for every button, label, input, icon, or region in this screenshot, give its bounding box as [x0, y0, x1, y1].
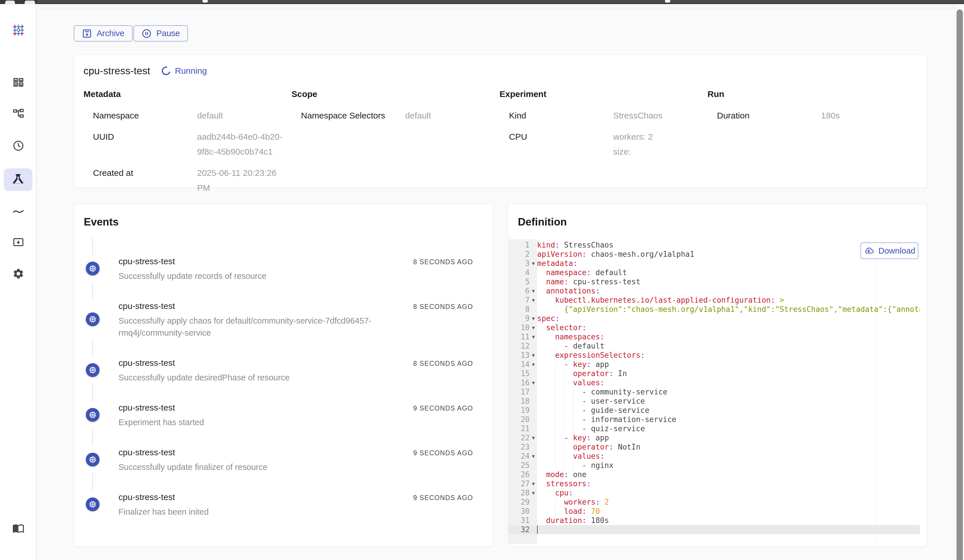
code-line[interactable]: 20 - information-service [508, 415, 920, 424]
code-line[interactable]: 18 - user-service [508, 396, 920, 405]
book-icon [12, 522, 24, 534]
sidebar-item-schedules[interactable] [0, 140, 36, 152]
fold-gutter [529, 405, 537, 415]
chaos-mesh-logo[interactable] [0, 24, 36, 36]
code-line[interactable]: 4 namespace: default [508, 268, 920, 277]
definition-panel: Definition 1kind: StressChaos2apiVersion… [508, 203, 927, 547]
fold-toggle-icon[interactable]: ▾ [529, 350, 537, 360]
overview-section-header: Run [708, 89, 915, 99]
yaml-token: : [609, 443, 614, 451]
code-line[interactable]: 32 [508, 525, 920, 534]
code-line[interactable]: 12 - default [508, 341, 920, 350]
sidebar-item-settings[interactable] [0, 268, 36, 280]
code-line[interactable]: 25 - nginx [508, 461, 920, 470]
fold-toggle-icon[interactable]: ▾ [529, 295, 537, 304]
browser-tab-top[interactable] [24, 1, 35, 4]
fold-gutter [529, 470, 537, 479]
code-line[interactable]: 23 operator: NotIn [508, 442, 920, 451]
yaml-token: 70 [586, 507, 600, 516]
indent-guide [555, 451, 555, 461]
sidebar-item-documentation[interactable] [0, 522, 36, 534]
code-line[interactable]: 19 - guide-service [508, 405, 920, 415]
line-number: 21 [508, 424, 529, 433]
code-line[interactable]: 28▾ cpu: [508, 488, 920, 497]
archive-button[interactable]: Archive [74, 25, 132, 42]
code-line[interactable]: 14▾ - key: app [508, 360, 920, 369]
cpu-chip-icon [88, 410, 97, 419]
fold-toggle-icon[interactable]: ▾ [529, 378, 537, 387]
code-line[interactable]: 13▾ expressionSelectors: [508, 350, 920, 360]
fold-toggle-icon[interactable]: ▾ [529, 259, 537, 268]
sidebar-item-experiments[interactable] [4, 168, 33, 191]
code-line[interactable]: 31 duration: 180s [508, 516, 920, 525]
event-timestamp: 8 SECONDS AGO [413, 258, 473, 266]
pause-circle-icon [142, 28, 152, 39]
code-line[interactable]: 1kind: StressChaos [508, 240, 920, 249]
browser-tab-handle[interactable] [665, 0, 670, 3]
page-scrollbar-thumb[interactable] [956, 10, 963, 560]
event-message: Experiment has started [119, 416, 400, 428]
editor-lines: 1kind: StressChaos2apiVersion: chaos-mes… [508, 240, 920, 534]
yaml-editor[interactable]: 1kind: StressChaos2apiVersion: chaos-mes… [508, 239, 927, 544]
fold-toggle-icon[interactable]: ▾ [529, 323, 537, 332]
line-number: 26 [508, 470, 529, 479]
fold-toggle-icon[interactable]: ▾ [529, 488, 537, 497]
overview-row-label: Namespace [83, 108, 197, 123]
events-timeline: cpu-stress-test8 SECONDS AGOSuccessfully… [74, 237, 493, 518]
code-line[interactable]: 22▾ - key: app [508, 433, 920, 442]
code-line[interactable]: 27▾ stressors: [508, 479, 920, 488]
fold-toggle-icon[interactable]: ▾ [529, 360, 537, 369]
code-line[interactable]: 7▾ kubectl.kubernetes.io/last-applied-co… [508, 295, 920, 304]
yaml-token: {"apiVersion":"chaos-mesh.org/v1alpha1",… [564, 305, 920, 314]
code-line[interactable]: 8 {"apiVersion":"chaos-mesh.org/v1alpha1… [508, 304, 920, 314]
browser-tab-top[interactable] [5, 1, 15, 4]
browser-tab-strip [0, 0, 964, 4]
sidebar-item-dashboard[interactable] [0, 77, 36, 88]
code-line[interactable]: 29 workers: 2 [508, 497, 920, 506]
fold-toggle-icon[interactable]: ▾ [529, 433, 537, 442]
event-avatar [86, 313, 99, 326]
code-line[interactable]: 6▾ annotations: [508, 286, 920, 295]
yaml-token: > [775, 296, 784, 304]
cpu-chip-icon [88, 366, 97, 374]
code-line[interactable]: 21 - quiz-service [508, 424, 920, 433]
fold-toggle-icon[interactable]: ▾ [529, 451, 537, 461]
browser-tab-handle[interactable] [203, 0, 208, 3]
overview-value-line: default [197, 108, 291, 123]
yaml-token: - user-service [582, 397, 645, 405]
code-text: values: [537, 378, 920, 387]
code-line[interactable]: 9▾spec: [508, 314, 920, 323]
code-line[interactable]: 11▾ namespaces: [508, 332, 920, 341]
overview-row: Created at2025-06-11 20:23:26PM [83, 166, 291, 195]
sidebar-item-archives[interactable] [0, 236, 36, 248]
code-line[interactable]: 15 operator: In [508, 369, 920, 378]
code-line[interactable]: 26 mode: one [508, 470, 920, 479]
indent-guide [555, 387, 555, 396]
yaml-token: values [573, 378, 600, 387]
code-line[interactable]: 5 name: cpu-stress-test [508, 277, 920, 286]
sidebar-item-workflows[interactable] [0, 108, 36, 120]
code-line[interactable]: 30 load: 70 [508, 506, 920, 516]
code-line[interactable]: 16▾ values: [508, 378, 920, 387]
indent-guide [555, 415, 555, 424]
fold-toggle-icon[interactable]: ▾ [529, 314, 537, 323]
fold-toggle-icon[interactable]: ▾ [529, 479, 537, 488]
code-text: - key: app [537, 433, 920, 442]
fold-gutter [529, 525, 537, 534]
code-line[interactable]: 2apiVersion: chaos-mesh.org/v1alpha1 [508, 249, 920, 259]
code-line[interactable]: 24▾ values: [508, 451, 920, 461]
code-text: - user-service [537, 396, 920, 405]
page-scrollbar-track[interactable] [955, 4, 964, 560]
code-line[interactable]: 3▾metadata: [508, 259, 920, 268]
line-number: 17 [508, 387, 529, 396]
yaml-token: - information-service [582, 415, 676, 424]
code-line[interactable]: 17 - community-service [508, 387, 920, 396]
pause-button[interactable]: Pause [134, 25, 188, 42]
code-line[interactable]: 10▾ selector: [508, 323, 920, 332]
sidebar-item-events[interactable] [0, 205, 36, 217]
fold-toggle-icon[interactable]: ▾ [529, 286, 537, 295]
running-spinner-icon [160, 65, 172, 77]
download-button[interactable]: Download [860, 243, 918, 259]
overview-section-run: RunDuration180s [708, 89, 915, 202]
fold-toggle-icon[interactable]: ▾ [529, 332, 537, 341]
